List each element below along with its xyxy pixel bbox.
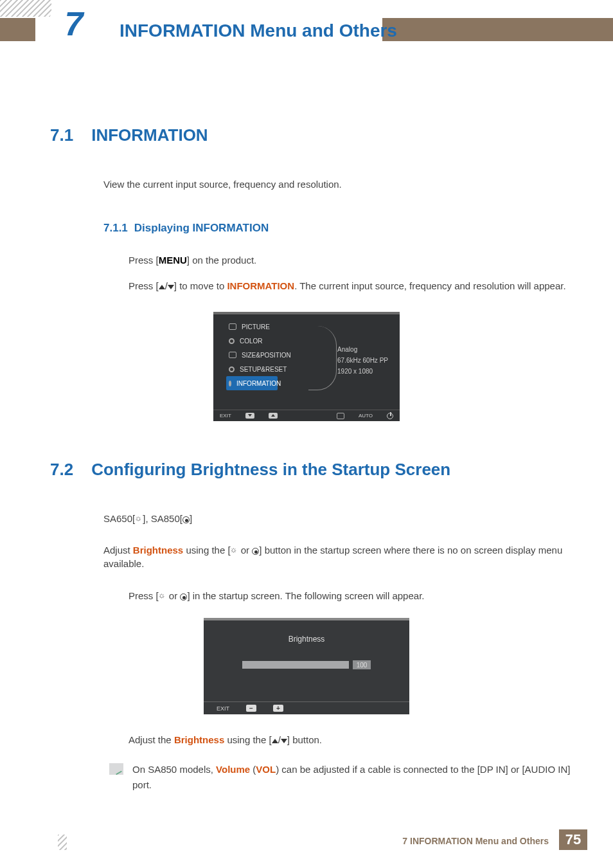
subsection-number: 7.1.1	[103, 222, 128, 234]
chapter-title: INFORMATION Menu and Others	[120, 21, 397, 41]
power-icon	[387, 413, 393, 419]
up-button-icon	[269, 413, 278, 419]
minus-button-icon: −	[246, 705, 256, 712]
menu-key-label: MENU	[159, 255, 187, 266]
exit-label: EXIT	[220, 413, 231, 419]
plus-button-icon: +	[273, 705, 283, 712]
page-header: 7 INFORMATION Menu and Others	[0, 0, 613, 51]
brightness-step: Press [ or ] in the startup screen. The …	[129, 588, 574, 604]
models-line: SA650[], SA850[]	[103, 512, 574, 525]
section-title: INFORMATION	[91, 125, 208, 145]
information-keyword: INFORMATION	[227, 280, 294, 291]
footer-text: 7 INFORMATION Menu and Others	[402, 836, 549, 846]
osd-info-panel: Analog 67.6kHz 60Hz PP 1920 x 1080	[337, 344, 388, 377]
ring-icon	[182, 516, 190, 523]
down-arrow-icon	[281, 739, 287, 743]
picture-menu-icon	[229, 323, 236, 330]
info-menu-icon	[229, 381, 231, 386]
down-button-icon	[245, 413, 254, 419]
chapter-badge: 7	[51, 1, 96, 46]
brightness-para: Adjust Brightness using the [ or ] butto…	[103, 543, 574, 570]
section-7-1-intro: View the current input source, frequency…	[103, 177, 574, 191]
step-1: Press [MENU] on the product.	[129, 253, 574, 268]
subsection-title: Displaying INFORMATION	[134, 222, 269, 234]
section-title: Configuring Brightness in the Startup Sc…	[91, 460, 450, 480]
up-arrow-icon	[272, 739, 278, 743]
footer-hatch	[58, 835, 67, 850]
section-7-2-heading: 7.2 Configuring Brightness in the Startu…	[0, 460, 613, 480]
ring-icon	[252, 548, 259, 555]
adjust-brightness-line: Adjust the Brightness using the [/] butt…	[129, 732, 574, 748]
source-icon	[337, 413, 344, 419]
exit-label: EXIT	[217, 705, 229, 712]
brightness-keyword: Brightness	[133, 545, 183, 556]
osd-bottom-bar: EXIT AUTO	[213, 410, 400, 421]
note-row: On SA850 models, Volume (VOL) can be adj…	[109, 762, 574, 793]
osd-information-screenshot: PICTURE COLOR SIZE&POSITION SETUP&RESET …	[213, 312, 400, 421]
sun-icon	[231, 547, 238, 555]
vol-abbrev: VOL	[256, 764, 276, 775]
brightness-keyword: Brightness	[174, 734, 224, 745]
auto-label: AUTO	[359, 413, 373, 419]
page-number: 75	[559, 829, 587, 850]
volume-keyword: Volume	[216, 764, 250, 775]
ring-icon	[180, 593, 187, 601]
step-2: Press [/] to move to INFORMATION. The cu…	[129, 278, 574, 294]
section-7-1-heading: 7.1 INFORMATION	[0, 125, 613, 145]
osd-brightness-title: Brightness	[204, 620, 409, 644]
section-number: 7.2	[50, 460, 73, 480]
down-arrow-icon	[168, 285, 174, 289]
osd-bottom-bar: EXIT − +	[204, 701, 409, 714]
up-arrow-icon	[159, 285, 165, 289]
brightness-slider: 100	[242, 660, 371, 669]
size-menu-icon	[229, 352, 236, 358]
sun-icon	[159, 593, 166, 601]
brightness-value: 100	[353, 660, 371, 669]
note-icon	[109, 763, 123, 775]
sun-icon	[135, 516, 143, 523]
setup-menu-icon	[229, 366, 235, 372]
section-number: 7.1	[50, 125, 73, 145]
section-7-1-1-heading: 7.1.1Displaying INFORMATION	[103, 222, 613, 235]
osd-brightness-screenshot: Brightness 100 EXIT − +	[204, 618, 409, 714]
page-footer: 7 INFORMATION Menu and Others 75	[0, 829, 613, 850]
color-menu-icon	[229, 338, 235, 344]
chapter-number: 7	[65, 5, 84, 43]
